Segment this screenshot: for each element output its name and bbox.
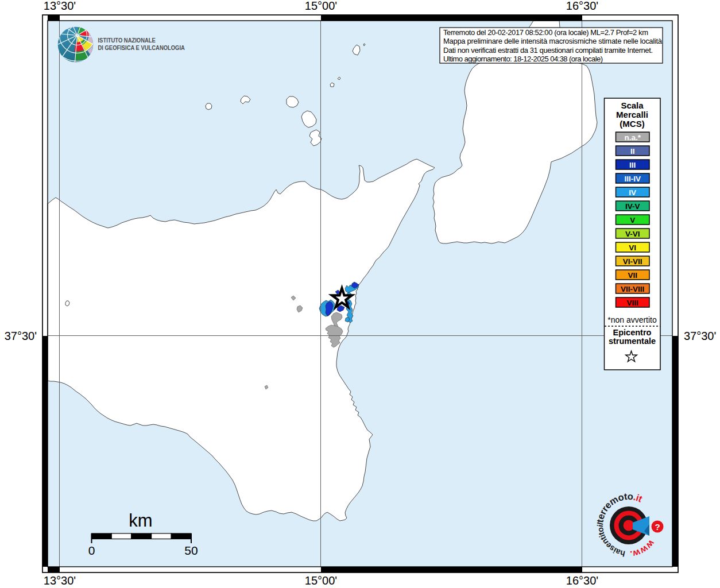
svg-text:37°30': 37°30' xyxy=(5,330,37,342)
svg-text:Ultimo aggiornamento: 18-12-20: Ultimo aggiornamento: 18-12-2025 04:38 (… xyxy=(443,55,603,63)
svg-text:IV-V: IV-V xyxy=(625,202,640,211)
svg-text:Epicentro: Epicentro xyxy=(613,328,652,337)
svg-text:VII-VIII: VII-VIII xyxy=(621,285,644,293)
svg-text:n.a.*: n.a.* xyxy=(624,133,641,142)
svg-text:VI: VI xyxy=(629,243,636,252)
svg-text:V-VI: V-VI xyxy=(625,230,640,238)
svg-text:15°00': 15°00' xyxy=(305,0,337,12)
svg-text:0: 0 xyxy=(88,544,95,557)
svg-text:(MCS): (MCS) xyxy=(620,119,644,129)
svg-text:50: 50 xyxy=(184,544,198,557)
svg-text:II: II xyxy=(630,147,635,156)
svg-text:VIII: VIII xyxy=(627,299,638,307)
svg-text:Dati non verificati estratti d: Dati non verificati estratti da 31 quest… xyxy=(443,46,653,55)
svg-text:ISTITUTO NAZIONALE: ISTITUTO NAZIONALE xyxy=(98,36,156,44)
svg-text:Mappa preliminare delle intens: Mappa preliminare delle intensità macros… xyxy=(443,37,663,45)
svg-text:?: ? xyxy=(655,522,660,532)
svg-text:16°30': 16°30' xyxy=(566,0,598,12)
svg-text:13°30': 13°30' xyxy=(44,574,76,587)
svg-text:37°30': 37°30' xyxy=(684,330,716,342)
svg-text:strumentale: strumentale xyxy=(609,336,656,346)
svg-text:III-IV: III-IV xyxy=(624,175,641,183)
svg-text:Mercalli: Mercalli xyxy=(616,110,648,119)
svg-text:13°30': 13°30' xyxy=(44,0,76,12)
svg-text:VII: VII xyxy=(628,271,637,280)
svg-text:15°00': 15°00' xyxy=(305,574,337,587)
svg-text:Scala: Scala xyxy=(621,100,644,110)
svg-text:km: km xyxy=(129,510,152,531)
svg-text:*non avvertito: *non avvertito xyxy=(607,315,657,324)
svg-text:16°30': 16°30' xyxy=(566,574,598,587)
svg-text:V: V xyxy=(630,216,635,225)
svg-text:VI-VII: VI-VII xyxy=(623,257,642,266)
svg-text:III: III xyxy=(629,161,636,169)
svg-text:DI GEOFISICA E VULCANOLOGIA: DI GEOFISICA E VULCANOLOGIA xyxy=(98,44,185,51)
svg-text:Terremoto del 20-02-2017 08:52: Terremoto del 20-02-2017 08:52:00 (ora l… xyxy=(443,28,648,37)
svg-text:IV: IV xyxy=(629,188,636,197)
